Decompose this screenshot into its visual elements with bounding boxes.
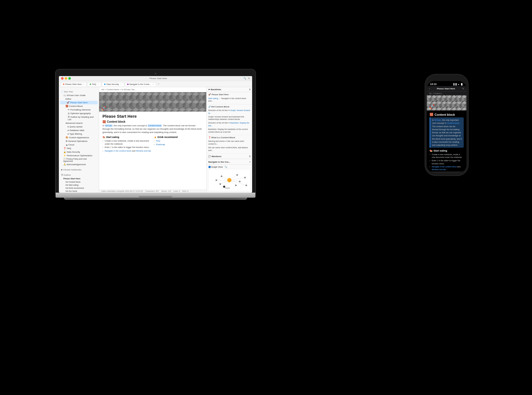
sidebar-item-content-block[interactable]: 🧱 Content Block xyxy=(59,104,99,108)
graph-view: 🔵 Graph View 🔍 xyxy=(207,165,252,193)
outline-item-start-eating[interactable]: Hd Start eating xyxy=(59,183,99,187)
backlinks-item-6: Naming and memo ↦ We can name each conte… xyxy=(208,140,250,146)
sidebar-item-typography[interactable]: ◎ Optimize typography xyxy=(59,112,99,115)
backlinks-section-title-1: 🚀 Please Start Here xyxy=(208,93,250,96)
backlinks-please-start-here: 🚀 Please Start Here Start eating → Navig… xyxy=(207,92,252,104)
sidebar-doc-tree: 📄 Doc Tree 📖 SiYuan User Guide Editor 🚀 … xyxy=(59,87,99,193)
breadcrumb-sep: › xyxy=(432,92,433,94)
svg-point-13 xyxy=(227,178,232,182)
svg-point-20 xyxy=(215,179,217,181)
sidebar-closed-notebooks: ▶ Closed notebooks xyxy=(59,168,99,172)
outline-item-content-block[interactable]: Hd Content block xyxy=(59,180,99,183)
window-tab-link[interactable]: Window and tab xyxy=(136,150,151,152)
window-title: Please Start Here xyxy=(74,77,242,80)
laptop-screen: Please Start Here 🔍 ⚙ Please Start Here … xyxy=(59,76,252,193)
phone-window-tab-link[interactable]: Window and tab xyxy=(432,168,446,170)
start-eating-item-2: Enter / in the editor to trigger the fun… xyxy=(102,146,152,149)
phone-se-item-3: Navigate in the content block and Window… xyxy=(430,165,464,171)
settings-icon[interactable]: ⚙ xyxy=(248,77,250,80)
content-block-heading: 🧱 Content block xyxy=(102,120,203,123)
sidebar-item-ack[interactable]: 🙏 Acknowledgements xyxy=(59,163,99,166)
svg-point-15 xyxy=(239,181,241,182)
outline-item-title[interactable]: Please Start Here xyxy=(59,177,99,180)
navigate-link[interactable]: Navigate in the content block xyxy=(105,150,131,152)
svg-point-22 xyxy=(245,185,247,186)
tab-label: Navigate in the Conte... xyxy=(129,83,151,85)
phone-se-label: Start eating xyxy=(433,149,447,152)
start-eating-list: Create a new notebook, create a new docu… xyxy=(102,139,152,153)
two-col-section: 🍉 Start eating Create a new notebook, cr… xyxy=(102,136,203,153)
phone-se-emoji: 🍉 xyxy=(430,149,433,152)
backlinks-what-is-content-block: ❓ What is a Content Block Naming and mem… xyxy=(207,135,252,154)
start-eating-item-3: Navigate in the content block and Window… xyxy=(102,149,152,153)
tab-bar: Please Start Here × FAQ × Data Security … xyxy=(59,81,252,87)
backlinks-item-1: Start eating → Navigate in the content b… xyxy=(208,97,250,103)
svg-point-18 xyxy=(219,183,221,185)
laptop-screen-outer: Please Start Here 🔍 ⚙ Please Start Here … xyxy=(56,69,255,193)
status-chars: Characters: 567 xyxy=(145,190,159,192)
phone-outer: 13:13 ▐▐▐ ▲ ▐▌ ‹ Please Start Here ✎ Hd xyxy=(425,74,468,175)
outline-item-drink[interactable]: Hd Drink recommend xyxy=(59,187,99,190)
search-icon[interactable]: 🔍 xyxy=(244,77,246,80)
editor-content[interactable]: Please Start Here 🧱 Content block In SiY… xyxy=(99,112,206,189)
sidebar-item-user-guide[interactable]: 📖 SiYuan User Guide xyxy=(59,94,99,97)
sidebar-item-privacy[interactable]: 📋 Privacy Policy and User Agreement xyxy=(59,157,99,163)
sidebar-item-performance[interactable]: ⚡ Performance Optimization xyxy=(59,154,99,157)
roadmap-link[interactable]: Roadmap xyxy=(156,143,165,146)
close-button[interactable] xyxy=(61,77,64,80)
phone-breadcrumb: Hd › Content b... xyxy=(427,92,466,95)
sidebar-item-cloud[interactable]: ☁ Cloud xyxy=(59,143,99,147)
sidebar-item-db-table[interactable]: ▸ Database table xyxy=(59,129,99,132)
tab-navigate[interactable]: Navigate in the Conte... × xyxy=(125,82,156,86)
maximize-button[interactable] xyxy=(68,77,71,80)
sidebar-item-data-security[interactable]: 🔒 Data Security xyxy=(59,150,99,154)
edit-icon[interactable]: ✎ xyxy=(462,87,464,90)
phone-highlight-block: In SiYuan, the only important core conce… xyxy=(430,117,464,148)
tab-data-security[interactable]: Data Security × xyxy=(102,82,124,86)
sidebar-item-advanced-search[interactable]: Advanced search xyxy=(59,121,99,125)
right-panel: ⬅ Backlinks ▽ 🚀 Please Start Here Start … xyxy=(206,87,252,193)
editor-breadcrumb: Hd > Content block > In SiYuan, the... xyxy=(99,87,206,92)
svg-point-17 xyxy=(221,175,222,177)
phone-navigate-link[interactable]: Navigate in the content block xyxy=(432,166,457,168)
mentions-header: 💬 Mentions ▽ xyxy=(207,154,252,159)
phone-nav-bar: ‹ Please Start Here ✎ xyxy=(427,86,466,92)
navigate-panel-icon[interactable]: + xyxy=(249,161,250,163)
tab-label: Please Start Here xyxy=(65,83,82,85)
back-icon[interactable]: ‹ xyxy=(429,87,430,90)
start-eating-section: 🍉 Start eating Create a new notebook, cr… xyxy=(102,136,152,153)
graph-view-title: 🔵 Graph View 🔍 xyxy=(208,166,250,168)
sidebar-item-custom-appearance[interactable]: 🎨 Custom Appearance xyxy=(59,136,99,139)
mentions-filter-icon[interactable]: ▽ xyxy=(249,155,250,158)
cube-svg xyxy=(99,92,206,112)
svg-line-11 xyxy=(229,178,245,180)
phone-content-body[interactable]: 🧱 Content block In SiYuan, the only impo… xyxy=(427,110,466,172)
phone-hero-image: 🚀 xyxy=(427,95,466,110)
faq-link[interactable]: FAQ xyxy=(156,140,160,142)
tab-please-start-here[interactable]: Please Start Here × xyxy=(61,82,87,86)
sidebar-item-please-start-here[interactable]: 🚀 Please Start Here xyxy=(60,101,98,104)
new-tab-button[interactable]: + xyxy=(158,82,159,85)
sidebar-doc-tree-header: 📄 Doc Tree xyxy=(59,90,99,94)
outline-header: ☰ Outline xyxy=(59,173,99,177)
sidebar-item-outline[interactable]: ☰ Outline by Heading and List xyxy=(59,115,99,121)
backlinks-filter-icon[interactable]: ▽ xyxy=(249,89,250,91)
laptop-base xyxy=(56,193,255,198)
graph-search-icon[interactable]: 🔍 xyxy=(225,166,227,168)
svg-point-16 xyxy=(235,185,237,186)
phone-time: 13:13 xyxy=(430,83,436,85)
scene: Please Start Here 🔍 ⚙ Please Start Here … xyxy=(0,0,532,395)
backlinks-ref-content-block: 🔗 Ref Content Block Direction of the ref… xyxy=(207,104,252,135)
sidebar-item-editor[interactable]: Editor xyxy=(59,97,99,101)
sidebar-item-formatting[interactable]: ✏ Formatting elements xyxy=(59,108,99,112)
backlinks-title: ⬅ Backlinks xyxy=(208,88,221,91)
sidebar-item-type-filtering[interactable]: ▸ Type filtering xyxy=(59,132,99,136)
content-block-body: In SiYuan, the only important core conce… xyxy=(102,124,203,134)
sidebar-item-query[interactable]: ▸ Query syntax xyxy=(59,125,99,129)
phone-bottom-bar xyxy=(427,172,466,173)
tab-faq[interactable]: FAQ × xyxy=(87,82,101,86)
outline-item-home[interactable]: Hd Our home xyxy=(59,190,99,193)
sidebar-item-general-ops[interactable]: ⚙ General Operations xyxy=(59,139,99,143)
sidebar-item-faq[interactable]: ❓ FAQ xyxy=(59,147,99,150)
minimize-button[interactable] xyxy=(65,77,67,80)
